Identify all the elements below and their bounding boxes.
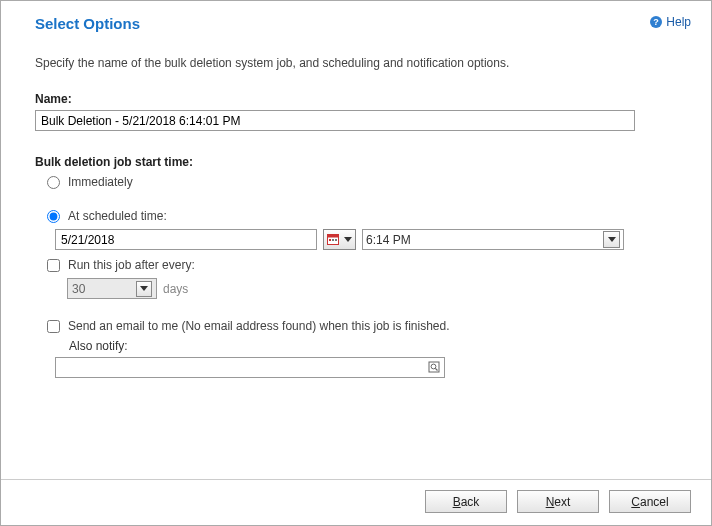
radio-scheduled-label: At scheduled time: — [68, 209, 167, 223]
dialog-title: Select Options — [35, 15, 140, 32]
radio-immediately-row[interactable]: Immediately — [47, 175, 677, 189]
radio-scheduled-row[interactable]: At scheduled time: — [47, 209, 677, 223]
back-button[interactable]: Back — [425, 490, 507, 513]
description-text: Specify the name of the bulk deletion sy… — [35, 56, 677, 70]
also-notify-row — [55, 357, 445, 378]
cancel-label-rest: ancel — [640, 495, 669, 509]
svg-point-8 — [431, 364, 436, 369]
svg-rect-3 — [328, 235, 339, 238]
run-after-value: 30 — [72, 282, 85, 296]
help-icon: ? — [649, 15, 663, 29]
also-notify-input[interactable] — [55, 357, 445, 378]
svg-rect-4 — [329, 239, 331, 241]
svg-text:?: ? — [654, 17, 660, 27]
run-after-days-select[interactable]: 30 — [67, 278, 157, 299]
start-time-label: Bulk deletion job start time: — [35, 155, 677, 169]
radio-immediately[interactable] — [47, 176, 60, 189]
help-link[interactable]: ? Help — [649, 15, 691, 29]
also-notify-label: Also notify: — [69, 339, 677, 353]
lookup-icon — [428, 361, 442, 375]
radio-immediately-label: Immediately — [68, 175, 133, 189]
email-row[interactable]: Send an email to me (No email address fo… — [47, 319, 677, 333]
date-input[interactable] — [55, 229, 317, 250]
email-checkbox[interactable] — [47, 320, 60, 333]
radio-scheduled[interactable] — [47, 210, 60, 223]
dialog-footer: Back Next Cancel — [1, 479, 711, 525]
time-value: 6:14 PM — [366, 233, 411, 247]
dialog-window: Select Options ? Help Specify the name o… — [0, 0, 712, 526]
svg-rect-6 — [335, 239, 337, 241]
run-after-checkbox[interactable] — [47, 259, 60, 272]
svg-rect-5 — [332, 239, 334, 241]
days-dropdown-button[interactable] — [136, 281, 152, 297]
next-label-rest: ext — [554, 495, 570, 509]
time-dropdown-button[interactable] — [603, 231, 620, 248]
run-after-row[interactable]: Run this job after every: — [47, 258, 677, 272]
run-after-label: Run this job after every: — [68, 258, 195, 272]
email-label: Send an email to me (No email address fo… — [68, 319, 450, 333]
run-after-unit: days — [163, 282, 188, 296]
name-input[interactable] — [35, 110, 635, 131]
help-label: Help — [666, 15, 691, 29]
chevron-down-icon — [140, 286, 148, 291]
chevron-down-icon — [608, 237, 616, 242]
schedule-datetime-row: 6:14 PM — [55, 229, 677, 250]
time-select[interactable]: 6:14 PM — [362, 229, 624, 250]
dialog-header: Select Options ? Help — [1, 1, 711, 38]
dialog-content: Specify the name of the bulk deletion sy… — [1, 38, 711, 479]
back-label-rest: ack — [461, 495, 480, 509]
lookup-button[interactable] — [426, 359, 443, 376]
chevron-down-icon — [344, 237, 352, 242]
name-label: Name: — [35, 92, 677, 106]
next-button[interactable]: Next — [517, 490, 599, 513]
svg-line-9 — [435, 368, 437, 370]
cancel-button[interactable]: Cancel — [609, 490, 691, 513]
date-picker-button[interactable] — [323, 229, 356, 250]
calendar-icon — [327, 233, 342, 246]
